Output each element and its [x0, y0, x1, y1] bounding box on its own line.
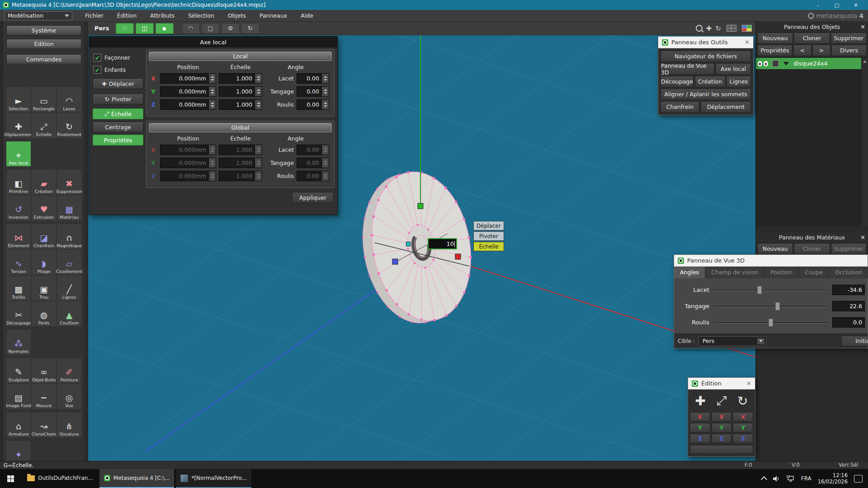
- tool-button[interactable]: ✖ Suppression: [57, 169, 82, 195]
- refresh-button[interactable]: ↻: [241, 23, 259, 34]
- close-icon[interactable]: ✕: [860, 23, 865, 30]
- tray-expand-icon[interactable]: [761, 476, 767, 482]
- tool-button[interactable]: ◧ Primitive: [6, 169, 31, 195]
- wireframe-cube-button[interactable]: ▢: [202, 23, 220, 34]
- visibility-eye-icon[interactable]: [764, 61, 768, 66]
- tool-button[interactable]: ◪ Chanfrein: [31, 224, 57, 249]
- spinner[interactable]: [208, 74, 216, 83]
- tool-button[interactable]: ◠ Lasso: [57, 87, 82, 113]
- spinner[interactable]: [321, 100, 329, 109]
- sidebar-section-systeme[interactable]: Système: [6, 25, 81, 35]
- checkbox-checked-icon[interactable]: ✔: [94, 54, 101, 61]
- context-menu-item[interactable]: Échelle: [473, 242, 504, 251]
- spinner[interactable]: [255, 100, 262, 109]
- object-list-item-selected[interactable]: disque24x4: [756, 58, 868, 69]
- angle-value[interactable]: -34.6: [832, 285, 865, 295]
- taskbar-item-normalvector[interactable]: *[NormalVectorPro...: [176, 469, 251, 488]
- settings-gear-button[interactable]: ⚙: [222, 23, 240, 34]
- scale-field[interactable]: 1.000: [219, 86, 262, 97]
- show-edges-toggle[interactable]: ◫: [136, 23, 154, 34]
- panel-title-bar[interactable]: Panneau de Vue 3D: [674, 255, 868, 267]
- checkbox-row[interactable]: ✔ Façonner: [94, 54, 143, 61]
- axis-toggle-button[interactable]: Y: [690, 423, 710, 432]
- axe-tool-button[interactable]: ✚ Déplacer: [93, 78, 143, 89]
- axe-tool-button[interactable]: Centrage: [93, 122, 143, 132]
- tool-button[interactable]: ▲ CoulSom: [57, 301, 82, 327]
- scale-field[interactable]: 1.000: [219, 73, 262, 84]
- view3d-tab[interactable]: Coupe: [799, 267, 829, 278]
- show-vertices-toggle[interactable]: ∷: [116, 23, 134, 34]
- tools-panel-button[interactable]: Création: [695, 76, 725, 87]
- rotate-icon[interactable]: ↻: [732, 391, 753, 410]
- notification-center-icon[interactable]: [854, 475, 863, 483]
- target-dropdown[interactable]: Pers: [698, 336, 766, 346]
- network-icon[interactable]: [787, 475, 795, 482]
- angle-slider[interactable]: [714, 286, 828, 295]
- tool-button[interactable]: ◍ Poids: [31, 301, 57, 327]
- angle-slider[interactable]: [714, 318, 828, 327]
- panel-title[interactable]: Axe local: [89, 37, 337, 47]
- minimize-button[interactable]: –: [808, 0, 827, 10]
- panel-title-bar[interactable]: Édition ✕: [688, 378, 755, 389]
- tool-button[interactable]: ♥ Extrusion: [31, 195, 57, 221]
- axe-tool-button[interactable]: ↻ Pivoter: [93, 94, 143, 104]
- tool-button[interactable]: ↺ Inversion: [6, 195, 31, 221]
- apply-button[interactable]: Appliquer: [292, 192, 334, 203]
- expand-triangle-icon[interactable]: [783, 62, 789, 66]
- clone-object-button[interactable]: Cloner: [794, 33, 830, 44]
- view3d-tab[interactable]: Angles: [674, 267, 705, 278]
- start-button[interactable]: [0, 469, 21, 488]
- angle-field[interactable]: 0.00: [297, 99, 329, 110]
- tool-button[interactable]: ◗ Pliage: [31, 249, 57, 275]
- material-button[interactable]: Cloner: [794, 243, 830, 254]
- material-button[interactable]: Supprimer: [831, 243, 867, 254]
- menu-item[interactable]: Édition: [117, 12, 137, 19]
- slider-thumb[interactable]: [769, 319, 773, 327]
- axis-toggle-button[interactable]: X: [733, 412, 753, 422]
- move-icon[interactable]: ✚: [690, 391, 711, 410]
- tool-button[interactable]: ⌖ Axe local: [6, 141, 31, 167]
- tool-button[interactable]: ↝ CloneChem: [31, 412, 57, 438]
- axe-tool-button[interactable]: ⤢ Échelle: [93, 108, 143, 119]
- menu-item[interactable]: Objets: [228, 12, 246, 19]
- angle-field[interactable]: 0.00: [297, 73, 329, 84]
- new-object-button[interactable]: Nouveau: [757, 33, 793, 44]
- speaker-icon[interactable]: [773, 475, 780, 482]
- tools-panel-button[interactable]: Lignes: [726, 76, 751, 87]
- smoothing-button[interactable]: ◠: [182, 23, 200, 34]
- object-list-scrollbar[interactable]: [861, 58, 868, 226]
- prev-object-button[interactable]: <: [793, 45, 811, 56]
- tool-button[interactable]: ▣ Trou: [31, 275, 57, 301]
- tools-panel-button[interactable]: Aligner / Aplanir les sommets: [660, 89, 751, 100]
- tool-button[interactable]: ▩ Treillis: [6, 275, 31, 301]
- checkbox-row[interactable]: ✔ Enfants: [94, 66, 143, 74]
- clock[interactable]: 12:16 16/02/2026: [818, 472, 848, 485]
- menu-item[interactable]: Sélection: [188, 12, 214, 19]
- tool-button[interactable]: ∞ Objet-Bulle: [31, 358, 57, 384]
- axis-toggle-button[interactable]: X: [690, 412, 710, 422]
- scale-field[interactable]: 1.000: [219, 99, 262, 110]
- tool-button[interactable]: ┅ Mesure: [31, 384, 57, 409]
- close-icon[interactable]: ✕: [746, 380, 751, 387]
- tools-panel-button[interactable]: Chanfrein: [660, 101, 699, 113]
- tool-button[interactable]: ✎ Sculpture: [6, 358, 31, 384]
- axis-toggle-button[interactable]: Z: [733, 434, 753, 443]
- tools-panel-button[interactable]: Navigateur de fichiers: [660, 51, 751, 62]
- tool-button[interactable]: ▱ Cisaillement: [57, 249, 82, 275]
- close-icon[interactable]: ✕: [860, 234, 865, 241]
- object-properties-button[interactable]: Propriétés: [757, 45, 793, 56]
- position-field[interactable]: 0.000mm: [160, 86, 216, 97]
- mode-dropdown[interactable]: Modélisation: [5, 11, 72, 20]
- taskbar-item-folder[interactable]: OutilsDuPatchFran...: [23, 469, 98, 488]
- angle-slider[interactable]: [714, 302, 828, 311]
- next-object-button[interactable]: >: [812, 45, 830, 56]
- keyboard-language[interactable]: FRA: [801, 475, 811, 482]
- zoom-icon[interactable]: [696, 25, 703, 32]
- tool-button[interactable]: ∩ Magnétique: [57, 224, 82, 249]
- view-layout-icon[interactable]: [726, 25, 736, 32]
- spinner[interactable]: [255, 74, 262, 83]
- sidebar-section-edition[interactable]: Édition: [6, 39, 81, 49]
- initialize-button[interactable]: Initialiser: [841, 336, 868, 347]
- context-menu-item[interactable]: Déplacer: [473, 221, 504, 230]
- position-field[interactable]: 0.000mm: [160, 73, 216, 84]
